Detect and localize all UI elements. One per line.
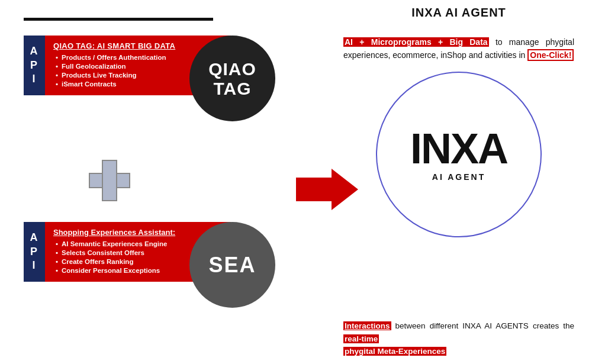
qiao-circle-line1: QIAO [208,59,256,79]
qiao-tag-circle: QIAO TAG [189,36,275,121]
inxa-logo: INXA [410,127,507,170]
interactions-highlight: Interactions [343,321,391,330]
inxa-agent-circle: INXA AI AGENT [376,72,542,237]
ai-highlight: AI + Microprograms + Big Data [343,37,489,47]
api-letter-i2: I [32,259,36,272]
api-letter-p: P [30,59,38,72]
api-letter-a2: A [30,231,39,244]
sea-api-label: A P I [24,222,45,282]
top-decorative-line [24,18,213,21]
sea-title: Shopping Experiences Assistant: [53,228,223,237]
api-letter-i: I [32,72,36,86]
bottom-description: Interactions between different INXA AI A… [343,320,574,358]
qiao-api-label: A P I [24,36,45,95]
phygital-highlight: phygital Meta-Experiences [343,347,446,356]
qiao-title: QIAO TAG: AI SMART BIG DATA [53,41,223,50]
inxa-circle-sub: AI AGENT [432,172,485,182]
plus-vertical [102,160,117,201]
one-click-highlight: One-Click! [527,49,574,61]
inxa-panel: AI + Microprograms + Big Data to manage … [343,36,574,237]
real-time-highlight: real-time [343,334,379,343]
api-letter-p2: P [30,245,38,259]
plus-sign [86,157,133,204]
sea-circle-text: SEA [208,253,256,278]
bottom-rest: between different INXA AI AGENTS creates… [391,321,574,330]
qiao-circle-line2: TAG [213,79,251,98]
api-letter-a: A [30,44,39,58]
arrow-body [296,178,332,201]
plus-shape [89,160,130,201]
sea-circle: SEA [189,222,275,308]
inxa-description: AI + Microprograms + Big Data to manage … [343,36,574,62]
inxa-agent-title: INXA AI AGENT [349,6,568,20]
